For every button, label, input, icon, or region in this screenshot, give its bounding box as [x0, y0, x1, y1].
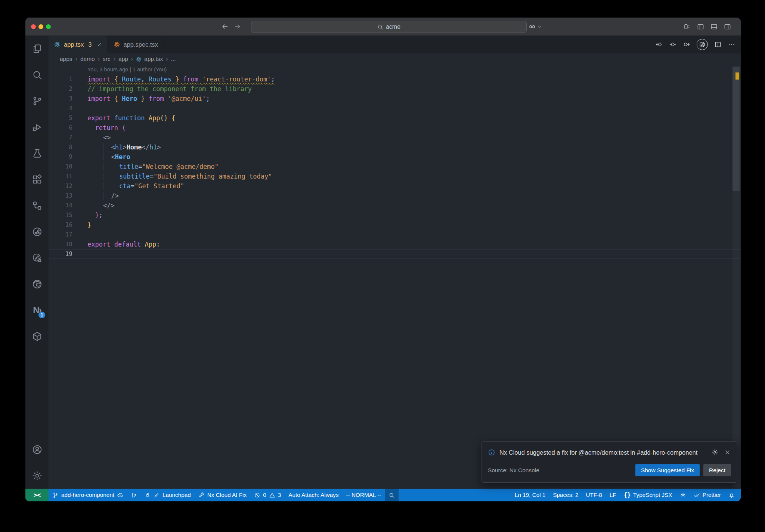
status-copilot-status[interactable]: [676, 489, 690, 501]
tab-strip: app.tsx3app.spec.tsx: [49, 35, 164, 53]
activity-item-nx-console[interactable]: N›1: [25, 297, 49, 323]
code-text: [72, 103, 741, 113]
code-line-10[interactable]: 10 title="Welcmoe @acme/demo": [49, 162, 741, 171]
status-source-control-graph[interactable]: [127, 489, 141, 501]
more-actions-icon[interactable]: [728, 41, 735, 48]
toggle-secondary-sidebar-icon[interactable]: [724, 23, 731, 31]
activity-item-nx-project-graph[interactable]: [25, 219, 49, 245]
activity-item-references[interactable]: [25, 192, 49, 219]
copilot-menu[interactable]: [528, 18, 542, 35]
copilot-icon: [528, 23, 536, 31]
breadcrumb-item-app[interactable]: app: [118, 56, 128, 62]
blame-row: You, 3 hours ago | 1 author (You): [49, 65, 741, 74]
code-text: import { Route, Routes } from 'react-rou…: [72, 74, 741, 84]
code-line-14[interactable]: 14 </>: [49, 201, 741, 210]
tab-close-icon[interactable]: [96, 42, 102, 47]
code-line-1[interactable]: 1import { Route, Routes } from 'react-ro…: [49, 74, 741, 84]
status-auto-attach[interactable]: Auto Attach: Always: [285, 489, 342, 501]
status-cursor-position[interactable]: Ln 19, Col 1: [511, 489, 549, 501]
split-editor-icon[interactable]: [714, 41, 722, 48]
forward-icon[interactable]: [234, 23, 241, 30]
activity-item-source-control[interactable]: [25, 88, 49, 114]
open-changes-icon[interactable]: [669, 41, 676, 48]
activity-item-explorer[interactable]: [25, 35, 49, 62]
activity-item-accounts[interactable]: [25, 436, 49, 463]
status-formatter[interactable]: Prettier: [690, 489, 725, 501]
activity-item-extensions[interactable]: [25, 166, 49, 192]
code-line-15[interactable]: 15 );: [49, 210, 741, 220]
notification-source: Source: Nx Console: [488, 467, 539, 474]
activity-item-search[interactable]: [25, 62, 49, 88]
status-bar: ><add-hero-componentLaunchpadNx Cloud AI…: [25, 489, 741, 501]
code-text: />: [72, 191, 741, 201]
status-git-branch[interactable]: add-hero-component: [49, 489, 127, 501]
reject-button[interactable]: Reject: [703, 464, 731, 476]
breadcrumb-item-src[interactable]: src: [103, 56, 111, 62]
code-line-13[interactable]: 13 />: [49, 191, 741, 201]
status-nx-cloud-ai-fix[interactable]: Nx Cloud AI Fix: [195, 489, 250, 501]
status-vim-mode[interactable]: -- NORMAL --: [343, 489, 385, 501]
status-gitlens-launchpad[interactable]: Launchpad: [141, 489, 195, 501]
close-window-button[interactable]: [31, 24, 36, 29]
code-line-12[interactable]: 12 cta="Get Started": [49, 181, 741, 191]
code-line-7[interactable]: 7 <>: [49, 133, 741, 142]
code-line-18[interactable]: 18export default App;: [49, 239, 741, 249]
status-indentation[interactable]: Spaces: 2: [549, 489, 582, 501]
status-text: -- NORMAL --: [346, 492, 381, 498]
activity-item-run-debug[interactable]: [25, 114, 49, 140]
status-notifications-bell[interactable]: [725, 489, 738, 501]
code-editor[interactable]: You, 3 hours ago | 1 author (You) 1impor…: [49, 65, 741, 489]
scrollbar[interactable]: [733, 66, 740, 487]
line-number: 6: [49, 123, 72, 133]
scrollbar-thumb[interactable]: [733, 67, 740, 191]
notification-settings-icon[interactable]: [711, 449, 718, 456]
tab-app.tsx[interactable]: app.tsx3: [49, 35, 108, 53]
code-line-9[interactable]: 9 <Hero: [49, 152, 741, 162]
code-line-6[interactable]: 6 return (: [49, 123, 741, 133]
status-encoding[interactable]: UTF-8: [582, 489, 606, 501]
code-line-3[interactable]: 3import { Hero } from '@acme/ui';: [49, 94, 741, 103]
activity-item-graph-explorer[interactable]: [25, 245, 49, 271]
minimize-window-button[interactable]: [38, 24, 43, 29]
status-text: add-hero-component: [61, 492, 114, 498]
braces-icon: {}: [624, 492, 631, 498]
activity-item-settings[interactable]: [25, 463, 49, 489]
breadcrumb-item-app.tsx[interactable]: app.tsx: [136, 56, 163, 62]
code-line-5[interactable]: 5export function App() {: [49, 113, 741, 123]
back-icon[interactable]: [221, 23, 229, 30]
code-line-17[interactable]: 17: [49, 230, 741, 239]
breadcrumb-item-apps[interactable]: apps: [60, 56, 72, 62]
customize-layout-icon[interactable]: [683, 23, 691, 31]
code-line-11[interactable]: 11 subtitle="Build something amazing tod…: [49, 171, 741, 181]
source-control-icon: [32, 96, 43, 106]
toggle-primary-sidebar-icon[interactable]: [697, 23, 704, 31]
code-line-16[interactable]: 16}: [49, 220, 741, 230]
command-center-search[interactable]: acme: [251, 21, 527, 33]
code-line-19[interactable]: 19: [49, 249, 741, 259]
breadcrumb-item-...[interactable]: ...: [171, 56, 176, 62]
next-change-icon[interactable]: [683, 41, 690, 48]
status-problems[interactable]: 03: [250, 489, 285, 501]
toggle-panel-icon[interactable]: [710, 23, 718, 31]
show-suggested-fix-button[interactable]: Show Suggested Fix: [635, 464, 700, 476]
code-line-4[interactable]: 4: [49, 103, 741, 113]
status-eol[interactable]: LF: [606, 489, 620, 501]
previous-change-icon[interactable]: [655, 41, 663, 48]
project-details-icon[interactable]: [697, 39, 708, 50]
code-text: export default App;: [72, 239, 741, 249]
zoom-window-button[interactable]: [46, 24, 51, 29]
code-line-2[interactable]: 2// importing the component from the lib…: [49, 84, 741, 94]
status-remote-indicator[interactable]: ><: [25, 489, 49, 501]
code-text: [72, 230, 741, 239]
status-language-mode[interactable]: {}TypeScript JSX: [620, 489, 676, 501]
status-zoom-indicator[interactable]: [385, 489, 399, 501]
activity-item-containers[interactable]: [25, 323, 49, 349]
activity-item-edge-browser[interactable]: [25, 271, 49, 297]
breadcrumb-separator: ›: [166, 56, 168, 62]
notification-close-icon[interactable]: [724, 449, 731, 456]
react-icon: [114, 41, 120, 48]
tab-app.spec.tsx[interactable]: app.spec.tsx: [108, 35, 164, 53]
breadcrumb-item-demo[interactable]: demo: [80, 56, 95, 62]
code-line-8[interactable]: 8 <h1>Home</h1>: [49, 142, 741, 152]
activity-item-testing[interactable]: [25, 140, 49, 166]
